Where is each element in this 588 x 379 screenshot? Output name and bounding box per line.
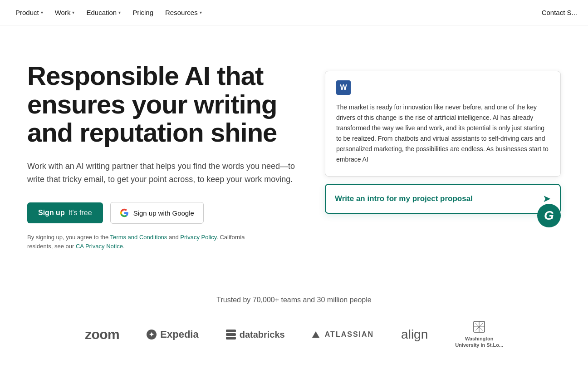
nav-left: Product ▾ Work ▾ Education ▾ Pricing Res…: [11, 5, 206, 20]
word-icon: W: [336, 80, 351, 95]
chevron-down-icon: ▾: [200, 10, 202, 15]
nav-resources[interactable]: Resources ▾: [161, 5, 206, 20]
washington-logo: WashingtonUniversity in St.Lo...: [455, 320, 503, 348]
hero-title: Responsible AI that ensures your writing…: [27, 62, 298, 147]
nav-contact[interactable]: Contact S...: [542, 9, 577, 16]
nav-product[interactable]: Product ▾: [11, 5, 48, 20]
google-icon: [120, 208, 129, 217]
navigation: Product ▾ Work ▾ Education ▾ Pricing Res…: [0, 0, 588, 25]
logos-row: zoom ✦ Expedia databricks ATLASSIAN alig…: [27, 320, 561, 348]
databricks-icon: [226, 330, 236, 340]
chevron-down-icon: ▾: [72, 10, 74, 15]
nav-education[interactable]: Education ▾: [82, 5, 125, 20]
washington-seal-icon: [473, 320, 485, 333]
nav-pricing[interactable]: Pricing: [128, 5, 158, 20]
nav-right: Contact S...: [542, 9, 577, 16]
hero-subtitle: Work with an AI writing partner that hel…: [27, 160, 298, 186]
prompt-box[interactable]: Write an intro for my project proposal ➤: [325, 184, 561, 214]
legal-text: By signing up, you agree to the Terms an…: [27, 233, 254, 251]
expedia-logo: ✦ Expedia: [147, 329, 198, 340]
hero-section: Responsible AI that ensures your writing…: [0, 25, 588, 278]
grammarly-badge: G: [537, 204, 561, 227]
send-icon[interactable]: ➤: [543, 193, 551, 205]
trusted-headline: Trusted by 70,000+ teams and 30 million …: [27, 296, 561, 304]
chevron-down-icon: ▾: [41, 10, 43, 15]
chevron-down-icon: ▾: [118, 10, 121, 15]
signup-button[interactable]: Sign up It's free: [27, 202, 103, 223]
google-signup-button[interactable]: Sign up with Google: [110, 202, 204, 224]
trusted-section: Trusted by 70,000+ teams and 30 million …: [0, 278, 588, 366]
ca-privacy-link[interactable]: CA Privacy Notice: [76, 243, 123, 250]
hero-right: W The market is ready for innovation lik…: [325, 62, 561, 214]
doc-body: The market is ready for innovation like …: [336, 102, 549, 165]
expedia-icon: ✦: [147, 330, 157, 340]
hero-left: Responsible AI that ensures your writing…: [27, 62, 298, 251]
cta-row: Sign up It's free Sign up with Google: [27, 202, 298, 224]
atlassian-icon: [312, 331, 319, 338]
zoom-logo: zoom: [85, 327, 119, 342]
terms-link[interactable]: Terms and Conditions: [110, 234, 167, 241]
atlassian-logo: ATLASSIAN: [312, 330, 374, 339]
align-logo: align: [401, 327, 428, 342]
privacy-link[interactable]: Privacy Policy: [180, 234, 216, 241]
prompt-text: Write an intro for my project proposal: [335, 194, 473, 203]
doc-card: W The market is ready for innovation lik…: [325, 71, 561, 177]
nav-work[interactable]: Work ▾: [50, 5, 79, 20]
doc-header: W: [336, 80, 549, 95]
svg-text:✦: ✦: [149, 331, 154, 338]
databricks-logo: databricks: [226, 330, 285, 340]
